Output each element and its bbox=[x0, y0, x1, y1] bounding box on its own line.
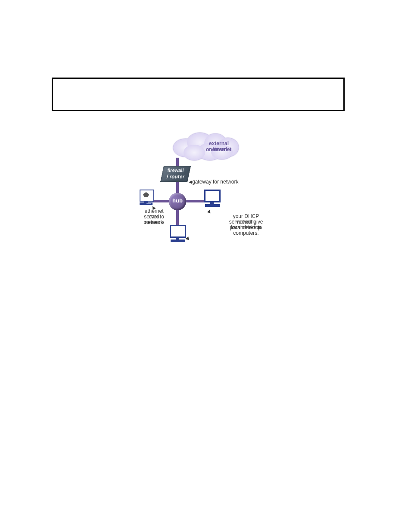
ethernet-annotation: ethernet card connectsserver to network bbox=[112, 208, 168, 214]
hub-label: hub bbox=[169, 197, 186, 204]
arrow-icon bbox=[208, 209, 211, 213]
connection-cloud-firewall bbox=[176, 158, 179, 167]
page: external networkor internet firewall / r… bbox=[0, 0, 411, 532]
network-diagram: external networkor internet firewall / r… bbox=[119, 133, 278, 254]
gateway-annotation: gateway for network bbox=[192, 179, 252, 185]
arrow-icon bbox=[152, 206, 155, 209]
firewall-router-icon: firewall / router bbox=[162, 166, 189, 182]
arrow-icon bbox=[185, 237, 189, 240]
firewall-label-2: / router bbox=[162, 174, 189, 180]
arrow-icon bbox=[189, 180, 192, 184]
server-icon bbox=[140, 190, 153, 208]
cloud-label: external networkor internet bbox=[180, 140, 232, 146]
dhcp-annotation: your DHCP server will give network param… bbox=[190, 214, 265, 225]
empty-bordered-box bbox=[52, 78, 345, 111]
desktop-pc-bottom-icon bbox=[170, 225, 185, 244]
ethernet-chip-icon bbox=[143, 192, 149, 197]
connection-hub-pc-right bbox=[185, 200, 206, 202]
desktop-pc-right-icon bbox=[204, 190, 220, 208]
firewall-label-1: firewall bbox=[162, 168, 189, 173]
